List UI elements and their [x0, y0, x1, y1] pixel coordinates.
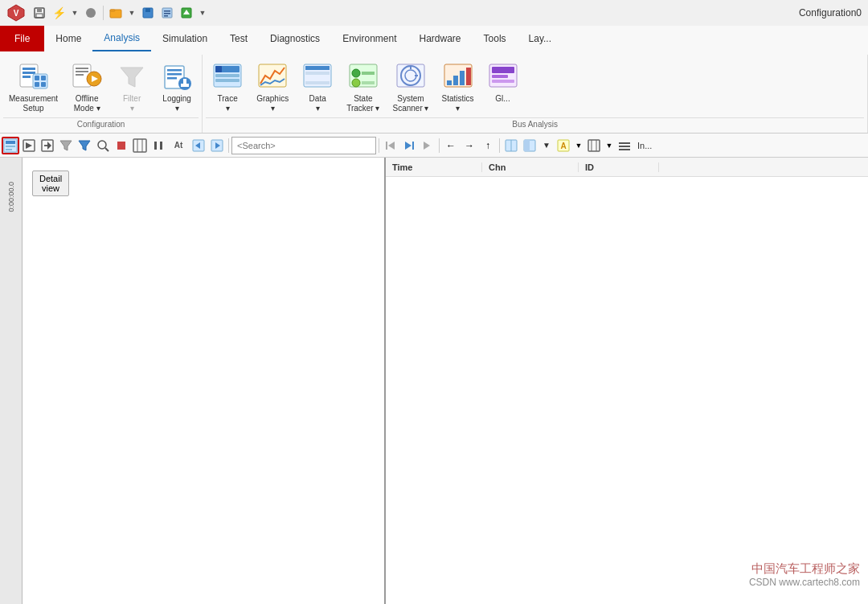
menu-environment[interactable]: Environment — [331, 26, 407, 51]
dropdown-btn2[interactable]: ▼ — [126, 4, 137, 22]
measurement-setup-icon — [18, 60, 50, 92]
svg-text:V: V — [14, 9, 19, 18]
tb-btn-layout2-dropdown[interactable] — [521, 137, 538, 154]
graphics-label: Graphics▾ — [256, 94, 289, 113]
filter-label: Filter▾ — [123, 94, 141, 113]
svg-rect-13 — [164, 15, 168, 17]
tb-label-in: In... — [637, 141, 652, 150]
graphics-icon — [256, 60, 289, 92]
gl-icon — [487, 60, 519, 92]
time-ruler: 0:00:00.0 — [0, 158, 23, 604]
menu-layout[interactable]: Lay... — [518, 26, 563, 51]
menu-file[interactable]: File — [0, 26, 44, 51]
tb-btn-jump[interactable] — [419, 137, 436, 154]
menu-tools[interactable]: Tools — [473, 26, 518, 51]
tb-btn-stop[interactable] — [113, 137, 130, 154]
svg-marker-77 — [47, 142, 51, 150]
tb-btn-highlight[interactable]: A — [555, 137, 572, 154]
svg-rect-100 — [524, 140, 530, 151]
tb-btn-bar[interactable] — [616, 137, 633, 154]
toolbar: At ← → ↑ ▼ A ▼ — [0, 134, 868, 158]
offline-mode-label: OfflineMode ▾ — [74, 94, 100, 113]
tb-btn-grid-dropdown[interactable]: ▼ — [604, 137, 615, 154]
menu-analysis[interactable]: Analysis — [92, 26, 151, 51]
tb-btn-pause[interactable] — [149, 137, 167, 154]
tb-btn-arrow-left[interactable] — [382, 137, 399, 154]
tb-btn-cols[interactable] — [131, 137, 149, 154]
logging-btn[interactable]: Logging▾ — [155, 56, 199, 116]
svg-rect-86 — [154, 142, 157, 150]
circle-btn[interactable] — [82, 4, 100, 22]
tb-btn-at[interactable]: At — [168, 137, 189, 154]
svg-rect-67 — [492, 75, 508, 78]
svg-rect-47 — [305, 72, 330, 75]
folder-open-btn[interactable] — [107, 4, 125, 22]
tb-btn-nav2[interactable] — [208, 137, 226, 154]
data-btn[interactable]: Data▾ — [296, 56, 339, 116]
separator — [103, 6, 104, 20]
save-btn[interactable] — [31, 4, 48, 22]
dropdown-btn3[interactable]: ▼ — [197, 4, 208, 22]
tb-btn-back1[interactable]: ← — [442, 137, 460, 154]
tb-btn-3[interactable] — [39, 137, 56, 154]
menu-test[interactable]: Test — [219, 26, 259, 51]
svg-marker-92 — [388, 142, 395, 150]
col-header-chn: Chn — [482, 162, 579, 172]
filter-btn[interactable]: Filter▾ — [110, 56, 154, 116]
ribbon-group-configuration: MeasurementSetup — [0, 55, 203, 133]
state-tracker-btn[interactable]: StateTracker ▾ — [341, 56, 385, 116]
gl-btn[interactable]: Gl... — [481, 56, 525, 106]
graphics-btn[interactable]: Graphics▾ — [251, 56, 294, 116]
svg-rect-26 — [76, 68, 88, 69]
svg-rect-83 — [133, 139, 146, 152]
time-value: 0:00:00.0 — [7, 182, 15, 212]
svg-rect-48 — [305, 76, 330, 80]
detail-view-icon-btn[interactable] — [2, 137, 19, 154]
save2-btn[interactable] — [139, 4, 157, 22]
tb-btn-up[interactable]: ↑ — [479, 137, 497, 154]
svg-rect-3 — [37, 8, 42, 12]
statistics-label: Statistics▾ — [442, 94, 474, 113]
tb-btn-layout1[interactable] — [502, 137, 520, 154]
logging-icon — [161, 60, 193, 92]
svg-rect-46 — [305, 66, 330, 70]
svg-rect-68 — [492, 80, 514, 83]
detail-view-btn[interactable]: Detail view — [32, 171, 69, 196]
system-scanner-btn[interactable]: SystemScanner ▾ — [387, 56, 434, 116]
menu-bar: File Home Analysis Simulation Test Diagn… — [0, 26, 868, 51]
menu-simulation[interactable]: Simulation — [151, 26, 219, 51]
trace-btn[interactable]: Trace▾ — [206, 56, 249, 116]
tb-btn-nav1[interactable] — [190, 137, 207, 154]
svg-text:A: A — [560, 142, 566, 150]
svg-rect-61 — [447, 80, 452, 85]
dropdown-btn1[interactable]: ▼ — [69, 4, 80, 22]
tb-btn-layout3[interactable]: ▼ — [539, 137, 554, 154]
menu-hardware[interactable]: Hardware — [408, 26, 473, 51]
svg-marker-96 — [424, 142, 430, 150]
upload-btn[interactable] — [178, 4, 195, 22]
svg-rect-21 — [35, 76, 39, 80]
tb-btn-back2[interactable]: → — [461, 137, 478, 154]
svg-rect-38 — [181, 84, 189, 87]
menu-diagnostics[interactable]: Diagnostics — [259, 26, 331, 51]
config-btn[interactable] — [158, 4, 176, 22]
statistics-btn[interactable]: Statistics▾ — [436, 56, 480, 116]
menu-home[interactable]: Home — [44, 26, 92, 51]
svg-rect-49 — [305, 81, 330, 84]
measurement-setup-btn[interactable]: MeasurementSetup — [3, 56, 63, 116]
svg-rect-41 — [215, 74, 240, 77]
tb-btn-filter[interactable] — [57, 137, 75, 154]
tb-btn-arrow-right[interactable] — [400, 137, 418, 154]
svg-rect-11 — [164, 10, 170, 12]
tb-btn-highlight-dropdown[interactable]: ▼ — [573, 137, 584, 154]
svg-rect-82 — [117, 142, 125, 150]
tb-btn-search[interactable] — [94, 137, 112, 154]
tb-btn-2[interactable] — [20, 137, 38, 154]
svg-point-53 — [352, 79, 360, 87]
tb-btn-grid[interactable] — [585, 137, 603, 154]
tb-btn-filter2[interactable] — [76, 137, 93, 154]
svg-rect-34 — [167, 73, 182, 76]
search-input[interactable] — [231, 137, 376, 154]
offline-mode-btn[interactable]: OfflineMode ▾ — [65, 56, 108, 116]
lightning-btn[interactable]: ⚡ — [50, 4, 68, 22]
